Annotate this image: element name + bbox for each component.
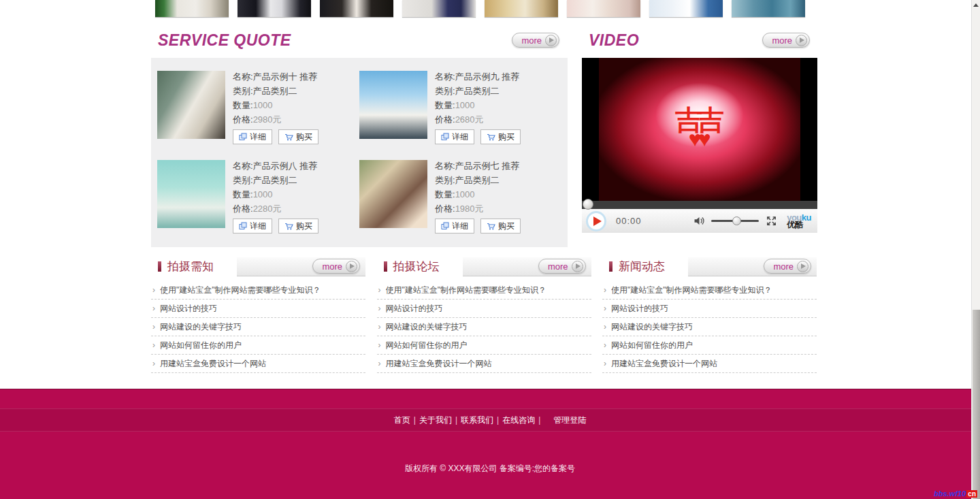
footer-nav-item: 关于我们 | bbox=[419, 415, 461, 426]
news-item[interactable]: › 网站如何留住你的用户 bbox=[377, 336, 591, 355]
product-info: 名称:产品示例八 推荐 类别:产品类别二 数量:1000 价格:2280元 详细… bbox=[233, 160, 318, 249]
news-section-title: 拍摄需知 bbox=[167, 259, 214, 274]
footer-nav-item: 首页 | bbox=[394, 415, 419, 426]
video-more-button[interactable]: more bbox=[762, 33, 810, 48]
video-header: VIDEO more bbox=[582, 29, 817, 52]
product-price: 价格:2680元 bbox=[435, 115, 521, 125]
section-marker-icon bbox=[384, 261, 387, 272]
buy-button[interactable]: 购买 bbox=[480, 219, 521, 234]
news-item-text: 使用"建站宝盒"制作网站需要哪些专业知识？ bbox=[386, 285, 547, 296]
section-marker-icon bbox=[609, 261, 612, 272]
news-item[interactable]: › 用建站宝盒免费设计一个网站 bbox=[602, 355, 817, 373]
product-image[interactable] bbox=[359, 160, 427, 228]
footer-nav-link[interactable]: 首页 bbox=[394, 415, 410, 426]
more-arrow-icon bbox=[346, 261, 357, 272]
watermark: bbs.wf10 cn bbox=[934, 489, 977, 498]
buy-button[interactable]: 购买 bbox=[278, 219, 318, 234]
news-item-text: 网站设计的技巧 bbox=[386, 303, 443, 315]
news-item[interactable]: › 使用"建站宝盒"制作网站需要哪些专业知识？ bbox=[377, 281, 591, 300]
product-price: 价格:2280元 bbox=[233, 204, 318, 214]
news-item[interactable]: › 使用"建站宝盒"制作网站需要哪些专业知识？ bbox=[602, 281, 817, 300]
product-image[interactable] bbox=[359, 71, 427, 139]
news-item-text: 网站设计的技巧 bbox=[611, 303, 668, 315]
news-more-button[interactable]: more bbox=[764, 259, 811, 274]
product-title: 名称:产品示例八 推荐 bbox=[233, 161, 318, 171]
carousel-thumbnail[interactable] bbox=[155, 0, 229, 17]
service-quote-more-button[interactable]: more bbox=[512, 33, 559, 48]
news-item-text: 网站如何留住你的用户 bbox=[160, 340, 242, 351]
detail-icon bbox=[441, 222, 449, 230]
volume-icon[interactable] bbox=[693, 215, 706, 227]
video-seekbar[interactable] bbox=[582, 201, 817, 209]
carousel-thumbnail[interactable] bbox=[238, 0, 311, 17]
news-item[interactable]: › 用建站宝盒免费设计一个网站 bbox=[377, 355, 591, 373]
video-controls: 00:00 youku 优酷 bbox=[582, 209, 817, 233]
play-button[interactable] bbox=[586, 211, 606, 231]
carousel-thumbnail[interactable] bbox=[567, 0, 640, 17]
footer-nav-link[interactable]: 联系我们 bbox=[461, 415, 493, 426]
news-item[interactable]: › 网站建设的关键字技巧 bbox=[602, 318, 817, 336]
volume-knob[interactable] bbox=[732, 216, 741, 225]
video-screen[interactable]: 吉吉 ♥♥ bbox=[582, 58, 817, 201]
chevron-bullet-icon: › bbox=[152, 341, 155, 349]
carousel-thumbnail[interactable] bbox=[402, 0, 476, 17]
buy-button[interactable]: 购买 bbox=[278, 129, 318, 144]
detail-icon bbox=[239, 133, 247, 141]
detail-button[interactable]: 详细 bbox=[233, 219, 272, 234]
carousel-thumbnail[interactable] bbox=[649, 0, 723, 17]
carousel-strip bbox=[155, 0, 805, 17]
news-item[interactable]: › 网站如何留住你的用户 bbox=[602, 336, 817, 355]
product-category: 类别:产品类别二 bbox=[233, 176, 318, 185]
news-item[interactable]: › 网站建设的关键字技巧 bbox=[377, 318, 591, 336]
news-item[interactable]: › 使用"建站宝盒"制作网站需要哪些专业知识？ bbox=[151, 281, 365, 300]
nav-separator: | bbox=[538, 415, 540, 425]
product-image[interactable] bbox=[157, 71, 225, 139]
product-title: 名称:产品示例九 推荐 bbox=[435, 72, 521, 82]
carousel-thumbnail[interactable] bbox=[320, 0, 393, 17]
carousel-thumbnail[interactable] bbox=[485, 0, 558, 17]
product-image[interactable] bbox=[157, 160, 225, 228]
product-card: 名称:产品示例九 推荐 类别:产品类别二 数量:1000 价格:2680元 详细… bbox=[359, 71, 561, 160]
news-item[interactable]: › 网站如何留住你的用户 bbox=[151, 336, 365, 355]
scrollbar-up-arrow[interactable] bbox=[972, 0, 980, 10]
product-category: 类别:产品类别二 bbox=[435, 86, 521, 96]
news-item[interactable]: › 网站建设的关键字技巧 bbox=[151, 318, 365, 336]
news-section-title: 新闻动态 bbox=[619, 259, 665, 274]
news-item[interactable]: › 用建站宝盒免费设计一个网站 bbox=[151, 355, 365, 373]
buy-button[interactable]: 购买 bbox=[480, 129, 521, 144]
news-item[interactable]: › 网站设计的技巧 bbox=[151, 300, 365, 318]
product-card: 名称:产品示例十 推荐 类别:产品类别二 数量:1000 价格:2980元 详细… bbox=[157, 71, 359, 160]
scrollbar[interactable] bbox=[971, 0, 980, 499]
nav-separator: | bbox=[455, 415, 457, 425]
footer-nav: 首页 | 关于我们 | 联系我们 | 在线咨询 | bbox=[394, 415, 587, 426]
more-arrow-icon bbox=[796, 35, 807, 46]
footer-nav-link[interactable]: 关于我们 bbox=[419, 415, 452, 426]
news-item[interactable]: › 网站设计的技巧 bbox=[377, 300, 591, 318]
volume-slider[interactable] bbox=[711, 220, 759, 222]
fullscreen-icon[interactable] bbox=[766, 215, 777, 227]
footer-nav-band: 首页 | 关于我们 | 联系我们 | 在线咨询 | bbox=[0, 408, 980, 432]
cart-icon bbox=[487, 222, 495, 230]
service-quote-header: SERVICE QUOTE more bbox=[151, 29, 568, 52]
footer-nav-link[interactable]: 管理登陆 bbox=[553, 415, 586, 426]
youku-logo[interactable]: youku 优酷 bbox=[787, 214, 811, 229]
seek-handle[interactable] bbox=[583, 199, 593, 210]
news-item[interactable]: › 网站设计的技巧 bbox=[602, 300, 817, 318]
scrollbar-thumb[interactable] bbox=[973, 310, 980, 499]
chevron-bullet-icon: › bbox=[604, 304, 606, 312]
detail-button[interactable]: 详细 bbox=[435, 129, 474, 144]
chevron-bullet-icon: › bbox=[378, 323, 381, 331]
news-more-button[interactable]: more bbox=[538, 259, 586, 274]
product-info: 名称:产品示例九 推荐 类别:产品类别二 数量:1000 价格:2680元 详细… bbox=[435, 71, 521, 160]
news-more-button[interactable]: more bbox=[312, 259, 360, 274]
footer-nav-link[interactable]: 在线咨询 bbox=[502, 415, 535, 426]
chevron-bullet-icon: › bbox=[378, 304, 381, 312]
detail-button[interactable]: 详细 bbox=[233, 129, 272, 144]
product-quantity: 数量:1000 bbox=[435, 101, 521, 110]
news-item-text: 用建站宝盒免费设计一个网站 bbox=[160, 358, 266, 370]
news-row: 拍摄需知 more › 使用"建站宝盒"制作网站需要哪些专业知识？ › 网站设计… bbox=[151, 257, 817, 373]
detail-button[interactable]: 详细 bbox=[435, 219, 474, 234]
news-column-photography-forum: 拍摄论坛 more › 使用"建站宝盒"制作网站需要哪些专业知识？ › 网站设计… bbox=[377, 257, 591, 373]
chevron-bullet-icon: › bbox=[604, 341, 606, 349]
carousel-thumbnail[interactable] bbox=[732, 0, 805, 17]
